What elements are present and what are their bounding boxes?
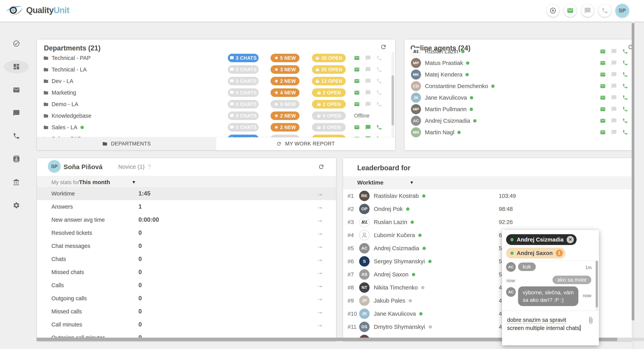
mail-icon[interactable] [600, 118, 606, 124]
arrow-right-icon[interactable]: → [316, 279, 323, 292]
agent-row[interactable]: RL Ruslan Lazin [404, 48, 632, 57]
chat-icon[interactable] [611, 60, 617, 66]
stat-row[interactable]: Missed calls 0 → [37, 305, 336, 318]
department-row[interactable]: Marketing 0 CHATS 4 NEW 2 OPEN [37, 87, 391, 98]
arrow-right-icon[interactable]: → [316, 292, 323, 305]
arrow-right-icon[interactable]: → [316, 252, 323, 266]
department-row[interactable]: Sales - LA 0 CHATS 2 NEW 0 OPEN [37, 122, 391, 133]
mail-icon[interactable] [600, 48, 606, 54]
chat-scrollbar[interactable] [596, 260, 598, 310]
department-row[interactable]: Technical - PAP 3 CHATS 5 NEW 30 OPEN [37, 52, 391, 64]
sidebar-item-resolve[interactable] [13, 40, 20, 47]
calls-button[interactable] [598, 4, 611, 17]
stat-row[interactable]: New answer avg time 0:00:00 → [37, 213, 336, 226]
chat-icon[interactable] [611, 72, 617, 78]
arrow-right-icon[interactable]: → [316, 305, 323, 318]
tickets-button[interactable] [564, 4, 576, 17]
stat-row[interactable]: Chats 0 → [37, 252, 336, 266]
mail-icon[interactable] [600, 95, 606, 100]
refresh-button[interactable] [318, 164, 324, 170]
arrow-right-icon[interactable]: → [316, 318, 323, 331]
sidebar-item-settings[interactable] [13, 202, 20, 209]
chats-button[interactable] [581, 4, 594, 17]
leaderboard-row[interactable]: #3 RLRuslan Lazin 92:26 [343, 216, 632, 228]
phone-icon[interactable] [622, 48, 628, 54]
department-row[interactable]: Knowledgebase 0 CHATS 2 NEW 0 OPEN Offli… [37, 110, 391, 122]
arrow-right-icon[interactable]: → [316, 226, 323, 240]
chat-icon[interactable] [611, 106, 617, 112]
mail-icon[interactable] [354, 90, 360, 96]
mail-icon[interactable] [354, 101, 360, 107]
stat-row[interactable]: Missed chats 0 → [37, 266, 336, 279]
agent-row[interactable]: AC Andrej Csizmadia [404, 115, 632, 126]
stat-row[interactable]: Call minutes 0 → [37, 318, 336, 331]
stat-row[interactable]: Worktime 1:45 → [37, 187, 336, 200]
metric-select[interactable]: Worktime [357, 179, 384, 186]
chat-icon[interactable] [365, 78, 371, 84]
stat-row[interactable]: Calls 0 → [37, 279, 336, 292]
sidebar-item-chats[interactable] [13, 110, 20, 117]
agent-row[interactable]: JK Jane Kavulicova [404, 92, 632, 104]
agent-row[interactable]: MP Matus Prastiak [404, 57, 632, 69]
mail-icon[interactable] [354, 124, 360, 130]
phone-icon[interactable] [376, 78, 382, 84]
leaderboard-row[interactable]: #2 OPOndrej Pok 98:48 [343, 202, 632, 216]
leaderboard-row[interactable]: #1 RKRastislav Kostrab 103:49 [343, 189, 632, 202]
chat-icon[interactable] [611, 130, 617, 135]
agent-row[interactable]: MN Martin Nagl [404, 126, 632, 138]
phone-icon[interactable] [622, 60, 628, 66]
chat-icon[interactable] [611, 48, 617, 54]
sidebar-item-company[interactable] [13, 179, 20, 186]
sidebar-item-calls[interactable] [13, 132, 20, 140]
stat-row[interactable]: Resolved tickets 0 → [37, 226, 336, 240]
agent-row[interactable]: CD Constantine Demchenko [404, 80, 632, 92]
user-avatar[interactable]: SP [616, 4, 629, 17]
stat-row[interactable]: Answers 1 → [37, 200, 336, 213]
mail-icon[interactable] [600, 130, 606, 135]
chat-icon[interactable] [365, 101, 371, 107]
arrow-right-icon[interactable]: → [316, 213, 323, 226]
mail-icon[interactable] [600, 72, 606, 78]
phone-icon[interactable] [622, 95, 628, 100]
tab-departments[interactable]: DEPARTMENTS [37, 137, 216, 150]
department-row[interactable]: Dev - LA 0 CHATS 2 NEW 13 OPEN [37, 75, 391, 87]
phone-icon[interactable] [376, 101, 382, 107]
page-vertical-scrollbar[interactable] [632, 22, 634, 349]
chat-tab-andrej-csizmadia[interactable]: Andrej Csizmadia ✕ [506, 234, 576, 245]
arrow-right-icon[interactable]: → [316, 266, 323, 279]
chat-icon[interactable] [365, 67, 371, 72]
phone-icon[interactable] [376, 55, 382, 61]
chevron-down-icon[interactable]: ▼ [410, 180, 414, 185]
tab-my-work-report[interactable]: MY WORK REPORT [216, 137, 395, 150]
chat-icon[interactable] [365, 124, 371, 130]
phone-icon[interactable] [622, 130, 628, 135]
chevron-down-icon[interactable]: ▼ [132, 180, 136, 185]
arrow-right-icon[interactable]: → [316, 200, 323, 213]
mail-icon[interactable] [354, 55, 360, 61]
stat-row[interactable]: Chat messages 0 → [37, 240, 336, 252]
arrow-right-icon[interactable]: → [316, 240, 323, 252]
chat-icon[interactable] [611, 83, 617, 89]
phone-icon[interactable] [622, 72, 628, 78]
chat-icon[interactable] [365, 90, 371, 96]
sidebar-item-tickets[interactable] [13, 86, 20, 94]
phone-icon[interactable] [622, 83, 628, 89]
phone-icon[interactable] [622, 118, 628, 124]
sidebar-item-dashboard[interactable] [13, 63, 20, 70]
agent-row[interactable]: MK Matej Kendera [404, 69, 632, 80]
department-row[interactable]: Demo - LA 0 CHATS 0 NEW 2 OPEN [37, 98, 391, 110]
chat-icon[interactable] [611, 118, 617, 124]
paperclip-icon[interactable] [587, 317, 594, 324]
department-row[interactable]: Technical - LA 0 CHATS 3 NEW 25 OPEN [37, 64, 391, 75]
phone-icon[interactable] [376, 124, 382, 130]
new-item-button[interactable] [546, 4, 559, 17]
arrow-right-icon[interactable]: → [316, 187, 323, 200]
phone-icon[interactable] [376, 67, 382, 72]
mail-icon[interactable] [354, 78, 360, 84]
sidebar-item-contacts[interactable] [13, 155, 20, 162]
phone-icon[interactable] [376, 90, 382, 96]
mail-icon[interactable] [600, 106, 606, 112]
phone-icon[interactable] [622, 106, 628, 112]
agent-row[interactable]: MP Martin Pullmann [404, 104, 632, 115]
chat-tab-andrej-saxon[interactable]: Andrej Saxon 1 [506, 248, 566, 258]
